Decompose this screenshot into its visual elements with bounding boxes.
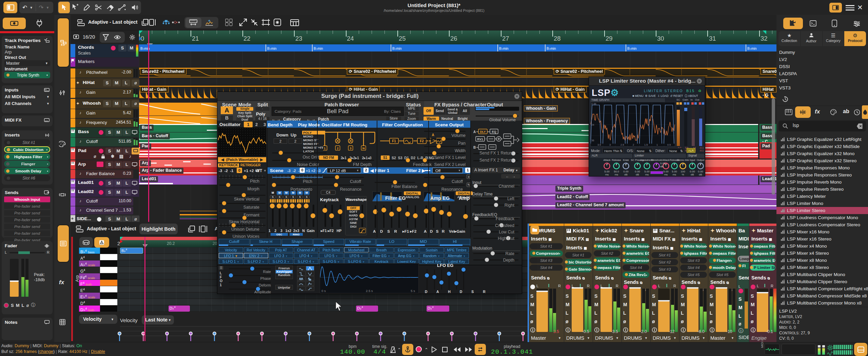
svg-text:RV1: RV1: [477, 138, 483, 141]
svg-text:2: 2: [337, 146, 338, 150]
svg-text:EQ: EQ: [492, 130, 496, 133]
svg-text:DLY: DLY: [480, 130, 486, 133]
svg-text:F1: F1: [392, 139, 396, 143]
svg-text:F2: F2: [420, 139, 424, 143]
svg-text:N: N: [362, 146, 365, 150]
svg-text:3: 3: [350, 146, 351, 150]
svg-text:1: 1: [324, 146, 326, 150]
svg-text:A: A: [473, 130, 476, 134]
svg-text:B: B: [473, 146, 476, 149]
